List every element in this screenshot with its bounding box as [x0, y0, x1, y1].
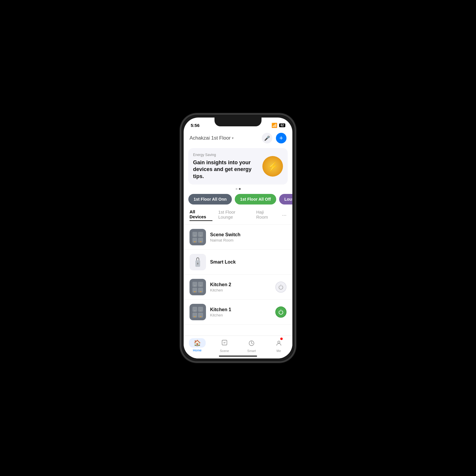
device-list: Scene Switch Naimat Room — [184, 225, 292, 325]
k2-indicator-1 — [194, 286, 196, 286]
dots-indicator — [184, 188, 292, 190]
app-header: Achakzai 1st Floor ▾ 🎤 + — [184, 130, 292, 147]
scene-nav-icon — [221, 339, 228, 347]
header-actions: 🎤 + — [262, 133, 286, 143]
k1-cell-1 — [192, 307, 197, 312]
kitchen1-room: Kitchen — [210, 313, 271, 317]
smart-nav-icon — [248, 340, 255, 346]
k2-cell-1 — [192, 282, 197, 287]
kitchen2-icon — [190, 279, 206, 295]
nav-home[interactable]: 🏠 Home — [184, 338, 211, 353]
phone-screen: 5:56 📶 62 Achakzai 1st Floor ▾ 🎤 + — [184, 118, 292, 358]
device-item-scene-switch[interactable]: Scene Switch Naimat Room — [184, 225, 292, 250]
kitchen2-name: Kitchen 2 — [210, 282, 271, 287]
home-indicator — [219, 356, 257, 357]
k2-indicator-4 — [200, 291, 202, 292]
switch-cell-4 — [198, 238, 203, 243]
device-item-smart-lock[interactable]: Smart Lock — [184, 250, 292, 275]
energy-text-section: Energy Saving Gain insights into your de… — [193, 153, 262, 180]
smart-lock-info: Smart Lock — [210, 259, 286, 265]
wifi-icon: 📶 — [271, 123, 277, 128]
k1-cell-3 — [192, 313, 197, 318]
me-nav-label: Me — [276, 349, 281, 353]
switch-cell-3 — [192, 238, 197, 243]
scene-switch-room: Naimat Room — [210, 238, 286, 242]
lightning-symbol: ⚡ — [267, 161, 278, 172]
kitchen1-icon — [190, 304, 206, 320]
home-nav-label: Home — [193, 348, 202, 352]
kitchen1-info: Kitchen 1 Kitchen — [210, 307, 271, 317]
nav-smart[interactable]: Smart — [238, 338, 265, 353]
tabs-row: All Devices 1st Floor Lounge Haji Room ·… — [184, 209, 292, 225]
k1-indicator-4 — [200, 316, 202, 317]
device-item-kitchen2[interactable]: Kitchen 2 Kitchen — [184, 275, 292, 300]
kitchen1-power-button[interactable] — [275, 306, 286, 318]
status-time: 5:56 — [191, 123, 200, 128]
energy-title: Gain insights into your devices and get … — [193, 159, 262, 180]
switch-cell-2 — [198, 232, 203, 237]
k1-indicator-3 — [194, 316, 196, 317]
svg-point-5 — [278, 341, 280, 343]
mic-button[interactable]: 🎤 — [262, 133, 272, 143]
smart-lock-name: Smart Lock — [210, 259, 286, 265]
scene-btn-all-on[interactable]: 1st Floor All Onn — [188, 194, 232, 205]
switch-indicator-3 — [194, 242, 196, 242]
scene-switch-name: Scene Switch — [210, 232, 286, 237]
header-title-area[interactable]: Achakzai 1st Floor ▾ — [190, 135, 234, 141]
tab-more-button[interactable]: ··· — [282, 212, 286, 218]
kitchen2-power-button[interactable] — [275, 281, 286, 293]
kitchen1-name: Kitchen 1 — [210, 307, 271, 312]
nav-scene[interactable]: Scene — [211, 338, 238, 353]
k1-cell-4 — [198, 313, 203, 318]
scene-nav-label: Scene — [220, 349, 229, 353]
svg-point-2 — [197, 258, 198, 258]
k1-indicator-2 — [200, 311, 202, 311]
k2-cell-3 — [192, 288, 197, 293]
dot-2 — [239, 188, 241, 190]
switch-indicator-1 — [194, 236, 196, 236]
status-icons: 📶 62 — [271, 123, 285, 128]
energy-label: Energy Saving — [193, 153, 262, 157]
kitchen2-info: Kitchen 2 Kitchen — [210, 282, 271, 292]
svg-rect-1 — [197, 263, 198, 264]
k2-cell-4 — [198, 288, 203, 293]
scene-buttons-row: 1st Floor All Onn 1st Floor All Off Loun… — [184, 194, 292, 209]
k2-cell-2 — [198, 282, 203, 287]
home-title: Achakzai 1st Floor — [190, 135, 231, 141]
scene-btn-lounge-on[interactable]: Lounge Onn — [279, 194, 292, 205]
notch — [214, 118, 262, 126]
battery-level: 62 — [279, 123, 285, 127]
device-item-kitchen1[interactable]: Kitchen 1 Kitchen — [184, 300, 292, 325]
home-nav-icon: 🏠 — [194, 339, 201, 346]
tab-haji-room[interactable]: Haji Room — [256, 209, 276, 221]
switch-indicator-4 — [200, 242, 202, 242]
smart-lock-icon — [190, 254, 206, 270]
tab-1st-floor-lounge[interactable]: 1st Floor Lounge — [218, 209, 250, 221]
energy-lightning-icon: ⚡ — [262, 156, 283, 177]
switch-indicator-2 — [200, 236, 202, 236]
k1-cell-2 — [198, 307, 203, 312]
nav-me[interactable]: Me — [265, 338, 293, 353]
me-badge-dot — [280, 338, 283, 340]
k1-indicator-1 — [194, 311, 196, 311]
me-nav-icon — [276, 340, 282, 346]
switch-cell-1 — [192, 232, 197, 237]
scene-switch-icon — [190, 229, 206, 245]
phone-frame: 5:56 📶 62 Achakzai 1st Floor ▾ 🎤 + — [181, 114, 295, 362]
bottom-nav: 🏠 Home Scene — [184, 336, 292, 358]
k2-indicator-3 — [194, 291, 196, 292]
scene-switch-info: Scene Switch Naimat Room — [210, 232, 286, 242]
kitchen2-room: Kitchen — [210, 288, 271, 292]
dot-1 — [236, 188, 237, 190]
k2-indicator-2 — [200, 286, 202, 286]
add-button[interactable]: + — [276, 133, 286, 143]
scene-btn-all-off[interactable]: 1st Floor All Off — [235, 194, 276, 205]
dropdown-arrow-icon: ▾ — [232, 136, 234, 140]
energy-card[interactable]: Energy Saving Gain insights into your de… — [188, 148, 288, 185]
tab-all-devices[interactable]: All Devices — [190, 209, 212, 221]
smart-nav-label: Smart — [247, 349, 256, 353]
